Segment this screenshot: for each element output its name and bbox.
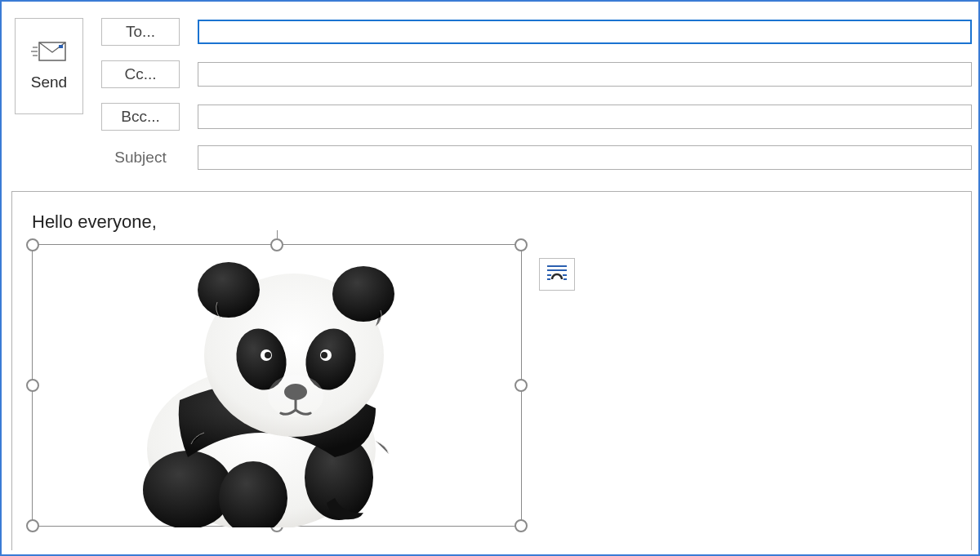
resize-handle-bottom-left[interactable] — [26, 519, 39, 532]
body-greeting: Hello everyone, — [32, 211, 951, 233]
svg-point-15 — [265, 352, 271, 358]
svg-point-6 — [143, 451, 233, 527]
svg-rect-1 — [59, 45, 63, 48]
inserted-image-selection[interactable] — [32, 244, 522, 527]
cc-row: Cc... — [101, 60, 972, 88]
svg-point-17 — [321, 352, 327, 358]
svg-point-19 — [268, 375, 323, 417]
cc-button[interactable]: Cc... — [101, 60, 180, 88]
resize-handle-top-right[interactable] — [514, 238, 528, 251]
subject-row: Subject — [101, 145, 972, 170]
to-row: To... — [101, 18, 972, 46]
send-button[interactable]: Send — [15, 18, 83, 114]
svg-point-11 — [332, 266, 394, 322]
bcc-input[interactable] — [198, 105, 972, 129]
resize-handle-top-left[interactable] — [26, 238, 39, 251]
layout-options-icon — [546, 263, 568, 286]
envelope-send-icon — [31, 41, 67, 62]
rotation-handle-bar[interactable] — [277, 230, 278, 238]
recipient-fields: To... Cc... Bcc... Subject — [101, 18, 972, 185]
resize-handle-mid-right[interactable] — [514, 379, 528, 392]
compose-header: Send To... Cc... Bcc... Subject — [2, 2, 978, 191]
bcc-button[interactable]: Bcc... — [101, 103, 180, 131]
svg-point-10 — [198, 262, 260, 318]
layout-options-button[interactable] — [539, 258, 575, 291]
resize-handle-mid-left[interactable] — [26, 379, 39, 392]
subject-label: Subject — [101, 149, 180, 167]
bcc-row: Bcc... — [101, 103, 972, 131]
compose-window: Send To... Cc... Bcc... Subject Hello ev… — [0, 0, 980, 556]
resize-handle-bottom-right[interactable] — [514, 519, 528, 532]
message-body[interactable]: Hello everyone, — [11, 191, 972, 550]
to-input[interactable] — [198, 20, 972, 44]
panda-image[interactable] — [131, 245, 425, 527]
send-label: Send — [31, 73, 67, 91]
cc-input[interactable] — [198, 62, 972, 87]
to-button[interactable]: To... — [101, 18, 180, 46]
subject-input[interactable] — [198, 145, 972, 170]
